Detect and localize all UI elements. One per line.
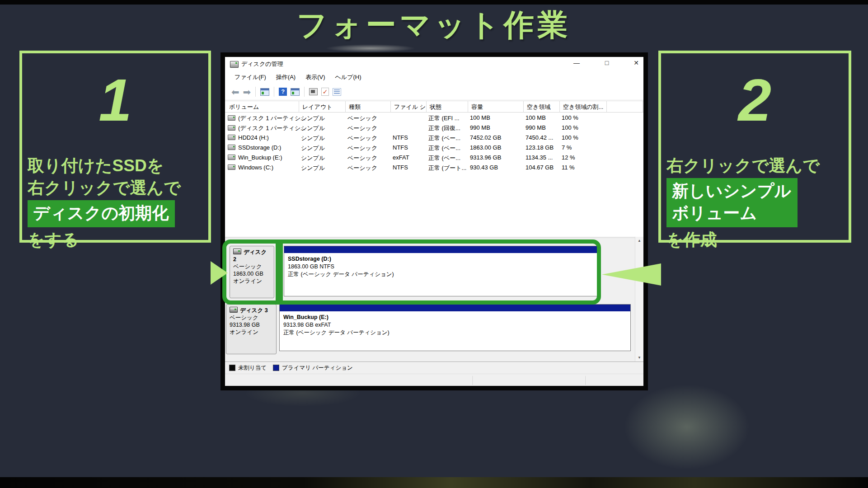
cell-capacity: 1863.00 GB	[470, 144, 501, 151]
disk-management-window: ディスクの管理 — □ ✕ ファイル(F) 操作(A) 表示(V) ヘルプ(H)…	[221, 52, 648, 390]
menu-action[interactable]: 操作(A)	[271, 73, 300, 81]
disk-management-icon	[230, 61, 239, 68]
bottom-black-strip	[0, 477, 868, 488]
disk2-label-panel[interactable]: ディスク 2 ベーシック 1863.00 GB オンライン	[230, 246, 274, 298]
window-title: ディスクの管理	[241, 60, 283, 68]
cell-pct: 7 %	[562, 144, 572, 151]
volume-row[interactable]: Win_Buckup (E:)シンプルベーシックexFAT正常 (ベー...93…	[225, 153, 643, 163]
partition-legend: 未割り当て プライマリ パーティション	[225, 361, 643, 374]
cell-type: ベーシック	[347, 154, 377, 162]
cell-free: 7450.42 ...	[525, 134, 553, 141]
cell-layout: シンプル	[301, 124, 325, 132]
menu-help[interactable]: ヘルプ(H)	[330, 73, 366, 81]
volume-row[interactable]: (ディスク 1 パーティシ...シンプルベーシック正常 (回復...990 MB…	[225, 123, 643, 133]
column-header[interactable]: 容量	[468, 101, 524, 113]
device-icon[interactable]	[309, 88, 318, 95]
status-divider	[473, 376, 474, 385]
step2-text: 右クリックで選んで 新しいシンプルボリューム を作成	[666, 155, 856, 251]
volume-icon	[228, 155, 235, 160]
disk2-volume-box[interactable]: SSDstorage (D:) 1863.00 GB NTFS 正常 (ベーシッ…	[284, 246, 597, 296]
cell-status: 正常 (ベー...	[428, 154, 460, 162]
volume-row[interactable]: SSDstorage (D:)シンプルベーシックNTFS正常 (ベー...186…	[225, 143, 643, 153]
cell-status: 正常 (ベー...	[428, 134, 460, 142]
cell-free: 990 MB	[525, 124, 546, 131]
column-header[interactable]: 状態	[427, 101, 468, 113]
legend-label: 未割り当て	[238, 364, 267, 372]
cell-type: ベーシック	[347, 134, 377, 142]
cell-volume: SSDstorage (D:)	[228, 144, 281, 151]
disk-icon	[230, 307, 238, 313]
cell-pct: 11 %	[562, 164, 575, 171]
volume-row[interactable]: Windows (C:)シンプルベーシックNTFS正常 (ブート...930.4…	[225, 163, 643, 173]
action-pane-icon[interactable]	[291, 88, 300, 96]
cell-volume: HDD24 (H:)	[228, 134, 269, 141]
step1-highlight: ディスクの初期化	[28, 200, 175, 227]
cell-status: 正常 (回復...	[428, 124, 460, 132]
volume-icon	[228, 164, 235, 170]
column-header[interactable]: 空き領域の割...	[560, 101, 607, 113]
disk3-volume-box[interactable]: Win_Buckup (E:) 9313.98 GB exFAT 正常 (ベーシ…	[279, 304, 631, 351]
forward-icon[interactable]: ➡	[243, 87, 251, 97]
column-header-filler	[607, 101, 643, 113]
status-divider	[586, 376, 586, 385]
volume-row[interactable]: HDD24 (H:)シンプルベーシックNTFS正常 (ベー...7452.02 …	[225, 133, 643, 143]
cell-type: ベーシック	[347, 114, 377, 122]
cell-capacity: 7452.02 GB	[470, 134, 501, 141]
console-tree-icon[interactable]	[260, 88, 269, 96]
volume-list: (ディスク 1 パーティシ...シンプルベーシック正常 (EFI ...100 …	[225, 113, 643, 173]
cell-type: ベーシック	[347, 144, 377, 152]
scroll-down-button[interactable]: ▼	[635, 354, 643, 361]
cell-fs: NTFS	[393, 144, 408, 151]
close-button[interactable]: ✕	[629, 59, 644, 66]
cell-free: 100 MB	[525, 114, 546, 121]
menu-view[interactable]: 表示(V)	[300, 73, 330, 81]
toolbar: ⬅ ➡ ? ✓	[225, 84, 643, 100]
step1-text: 取り付けたSSDを 右クリックで選んで ディスクの初期化 をする	[28, 155, 217, 251]
volume-icon	[228, 145, 235, 150]
cell-free: 123.18 GB	[525, 144, 554, 151]
properties-list-icon[interactable]	[333, 88, 341, 96]
status-bar	[225, 374, 643, 386]
vertical-scrollbar[interactable]: ▲ ▼	[635, 237, 643, 361]
step1-line3: をする	[28, 229, 217, 251]
disk3-label-panel[interactable]: ディスク 3 ベーシック 9313.98 GB オンライン	[226, 304, 277, 354]
cell-pct: 100 %	[562, 114, 578, 121]
column-header[interactable]: ボリューム	[226, 101, 299, 113]
volume-row[interactable]: (ディスク 1 パーティシ...シンプルベーシック正常 (EFI ...100 …	[225, 113, 643, 123]
step2-number: 2	[661, 70, 849, 130]
volume-icon	[228, 115, 235, 121]
column-header[interactable]: 種類	[346, 101, 391, 113]
cell-volume: Win_Buckup (E:)	[228, 154, 282, 161]
menu-file[interactable]: ファイル(F)	[230, 73, 271, 81]
toolbar-separator	[304, 87, 305, 97]
legend-label: プライマリ パーティション	[282, 364, 353, 372]
cell-volume: (ディスク 1 パーティシ...	[228, 114, 305, 122]
cell-free: 1134.35 ...	[525, 154, 553, 161]
minimize-button[interactable]: —	[569, 59, 584, 66]
menubar: ファイル(F) 操作(A) 表示(V) ヘルプ(H)	[225, 71, 643, 84]
column-header[interactable]: レイアウト	[299, 101, 346, 113]
step1-number: 1	[22, 70, 208, 130]
cell-capacity: 9313.96 GB	[470, 154, 501, 161]
cell-free: 104.67 GB	[525, 164, 554, 171]
step1-line2: 右クリックで選んで	[28, 177, 217, 199]
column-header[interactable]: 空き領域	[524, 101, 560, 113]
cell-capacity: 990 MB	[470, 124, 490, 131]
titlebar[interactable]: ディスクの管理 — □ ✕	[225, 57, 643, 71]
partition-color-band	[284, 246, 597, 253]
cell-pct: 100 %	[562, 134, 578, 141]
cell-capacity: 100 MB	[470, 114, 490, 121]
column-header[interactable]: ファイル システム	[391, 101, 427, 113]
back-icon[interactable]: ⬅	[231, 87, 239, 97]
cell-layout: シンプル	[301, 154, 325, 162]
help-icon[interactable]: ?	[279, 88, 287, 96]
step1-line1: 取り付けたSSDを	[28, 155, 217, 177]
maximize-button[interactable]: □	[599, 59, 615, 66]
check-icon[interactable]: ✓	[321, 88, 329, 96]
disk-icon	[233, 249, 241, 254]
cell-type: ベーシック	[347, 164, 377, 172]
step2-line2: を作成	[666, 229, 856, 251]
scroll-up-button[interactable]: ▲	[635, 237, 643, 244]
primary-partition-color-swatch	[273, 365, 279, 371]
cell-layout: シンプル	[301, 134, 325, 142]
